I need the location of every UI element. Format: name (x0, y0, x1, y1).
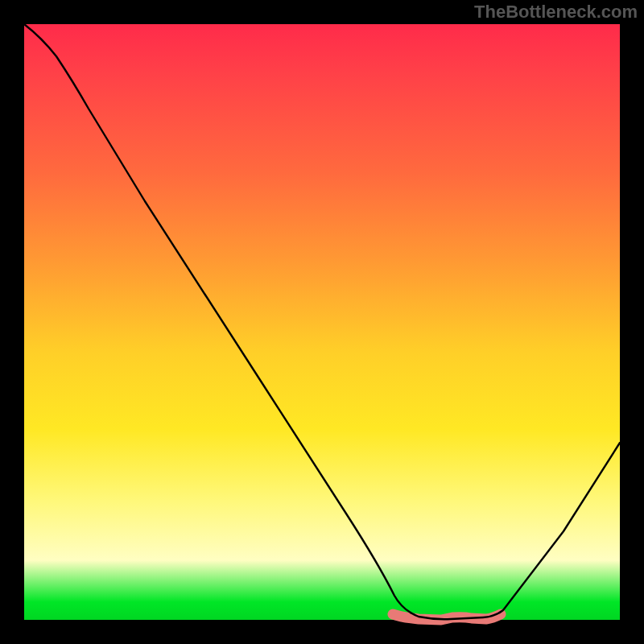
watermark-text: TheBottleneck.com (474, 2, 638, 23)
chart-container: TheBottleneck.com (0, 0, 644, 644)
main-curve (24, 24, 620, 619)
chart-svg (0, 0, 644, 644)
